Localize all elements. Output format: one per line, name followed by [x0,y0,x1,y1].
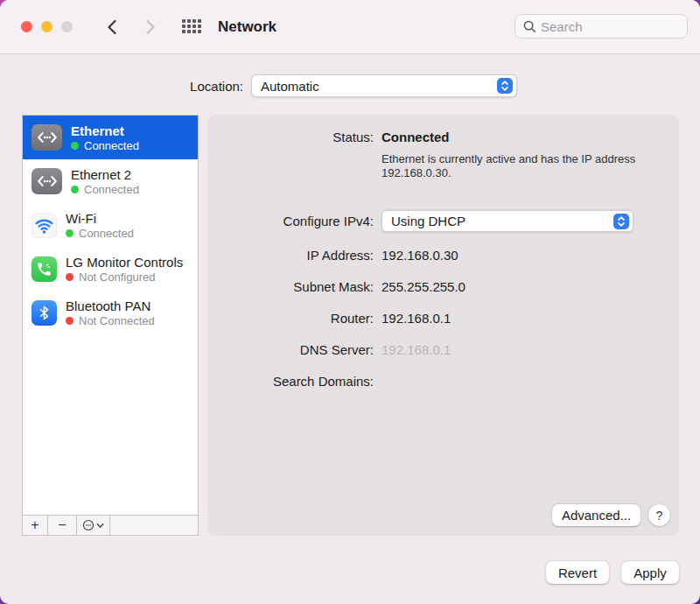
status-description: Ethernet is currently active and has the… [382,152,660,180]
ethernet-icon [32,124,62,151]
remove-service-button[interactable]: − [48,516,77,535]
more-actions-button[interactable] [77,516,110,535]
apply-button[interactable]: Apply [621,561,679,584]
ethernet-icon [32,168,62,194]
ip-address-row: IP Address: 192.168.0.30 [207,247,679,263]
service-item-lg-monitor-controls[interactable]: LG Monitor Controls Not Configured [23,247,198,291]
status-row: Status: Connected [207,130,679,144]
status-label: Status: [207,130,374,144]
service-status: Not Connected [79,314,155,327]
minimize-button[interactable] [41,21,52,32]
page-title: Network [218,18,276,36]
dns-server-row: DNS Server: 192.168.0.1 [207,341,679,358]
service-list: Ethernet Connected Ethernet 2 [23,116,198,515]
router-row: Router: 192.168.0.1 [207,310,679,327]
traffic-lights [21,21,73,32]
network-preferences-window: Network Location: Automatic [0,0,700,604]
service-status: Connected [79,227,134,240]
service-name: Ethernet [71,123,139,138]
dropdown-stepper-icon [497,78,513,94]
footer-buttons: Revert Apply [546,561,679,584]
status-dot-red [66,273,74,281]
service-name: LG Monitor Controls [66,255,183,270]
service-status: Connected [84,139,139,152]
chevron-right-icon [144,19,157,35]
location-dropdown-value: Automatic [261,79,319,94]
sidebar-toolbar: + − [23,515,198,535]
phone-icon [32,256,57,282]
status-value: Connected [382,130,679,144]
location-label: Location: [22,79,243,94]
status-dot-red [66,317,74,325]
configure-ipv4-label: Configure IPv4: [207,214,374,228]
configure-ipv4-dropdown[interactable]: Using DHCP [382,210,634,232]
status-dot-green [71,186,79,193]
router-value: 192.168.0.1 [382,311,679,326]
dns-server-value: 192.168.0.1 [382,342,679,357]
subnet-mask-value: 255.255.255.0 [382,279,679,294]
search-icon [523,20,536,33]
zoom-button-disabled [61,21,73,32]
ip-address-label: IP Address: [207,248,374,263]
forward-button-disabled [142,18,159,36]
chevron-down-icon [96,522,104,530]
service-status: Not Configured [79,270,155,284]
help-button[interactable]: ? [648,504,670,526]
service-item-ethernet-2[interactable]: Ethernet 2 Connected [23,159,198,203]
location-dropdown[interactable]: Automatic [251,74,517,97]
bluetooth-icon [32,300,57,326]
location-row: Location: Automatic [22,74,517,97]
service-item-wifi[interactable]: Wi-Fi Connected [23,203,198,247]
service-item-ethernet[interactable]: Ethernet Connected [23,116,198,159]
service-status: Connected [84,183,139,196]
wifi-icon [32,213,57,238]
status-description-row: Ethernet is currently active and has the… [207,152,679,180]
close-button[interactable] [21,21,32,32]
dns-server-label: DNS Server: [207,342,374,357]
configure-ipv4-value: Using DHCP [391,214,466,228]
subnet-mask-row: Subnet Mask: 255.255.255.0 [207,278,679,295]
connection-details-panel: Status: Connected Ethernet is currently … [207,115,679,536]
revert-button[interactable]: Revert [546,561,609,584]
search-domains-row: Search Domains: [207,373,679,390]
ip-address-value: 192.168.0.30 [382,248,679,263]
back-button[interactable] [103,18,121,36]
advanced-area: Advanced... ? [552,504,670,526]
status-dot-green [66,229,74,237]
show-all-grid-icon[interactable] [182,19,201,33]
service-name: Bluetooth PAN [66,298,155,313]
configure-ipv4-row: Configure IPv4: Using DHCP [207,210,679,232]
search-input[interactable] [541,19,672,34]
advanced-button[interactable]: Advanced... [552,504,640,526]
search-field[interactable] [514,14,688,39]
add-service-button[interactable]: + [23,516,48,535]
search-domains-label: Search Domains: [207,374,374,389]
service-name: Wi-Fi [66,211,134,226]
status-dot-green [71,142,79,150]
router-label: Router: [207,311,374,326]
service-item-bluetooth-pan[interactable]: Bluetooth PAN Not Connected [23,291,198,334]
network-services-sidebar: Ethernet Connected Ethernet 2 [22,115,199,536]
service-name: Ethernet 2 [71,167,139,182]
subnet-mask-label: Subnet Mask: [207,279,374,294]
chevron-left-icon [106,19,118,35]
dropdown-stepper-icon [613,214,629,229]
titlebar: Network [0,0,700,54]
ellipsis-circle-icon [82,519,94,531]
